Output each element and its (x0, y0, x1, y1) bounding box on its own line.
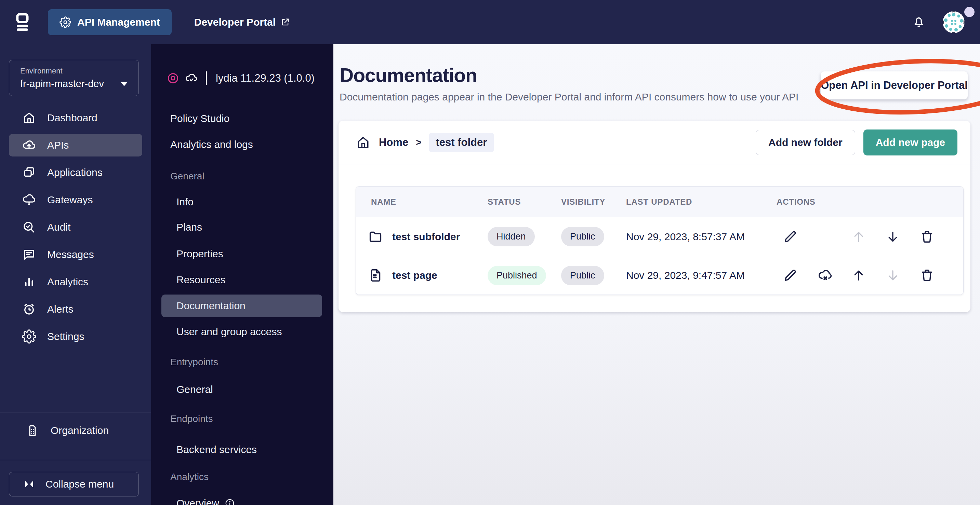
collapse-icon (23, 480, 35, 489)
page-icon (368, 268, 383, 283)
breadcrumb-toolbar: Home > test folder Add new folder Add ne… (339, 121, 970, 164)
column-header-visibility: VISIBILITY (561, 197, 626, 207)
sidebar-item-analytics[interactable]: Analytics (0, 268, 151, 295)
api-menu-item-resources[interactable]: Resources (151, 268, 333, 291)
gear-icon (59, 16, 71, 28)
api-menu-section-endpoints: Endpoints (151, 409, 333, 429)
main-nav: Dashboard APIs (0, 104, 151, 350)
sidebar-item-settings[interactable]: Settings (0, 323, 151, 350)
search-check-icon (22, 220, 36, 234)
sidebar-item-apis[interactable]: APIs (0, 132, 151, 159)
move-up-icon (850, 229, 867, 245)
column-header-status: STATUS (488, 197, 561, 207)
alarm-icon (22, 302, 36, 316)
sidebar-item-label: Alerts (47, 303, 73, 315)
breadcrumb-separator: > (416, 137, 421, 148)
gear-icon (22, 329, 36, 344)
api-menu-item-plans[interactable]: Plans (151, 216, 333, 238)
table-header: NAME STATUS VISIBILITY LAST UPDATED ACTI… (356, 187, 963, 217)
column-header-last-updated: LAST UPDATED (626, 197, 776, 207)
api-management-label: API Management (77, 16, 160, 28)
cloud-gateway-icon (22, 193, 36, 207)
edit-icon[interactable] (782, 229, 799, 245)
top-bar: API Management Developer Portal (0, 0, 980, 44)
developer-portal-link[interactable]: Developer Portal (194, 16, 290, 28)
sidebar-item-messages[interactable]: Messages (0, 241, 151, 268)
delete-icon[interactable] (919, 229, 935, 245)
documentation-card: Home > test folder Add new folder Add ne… (339, 121, 970, 312)
api-menu-label: Properties (177, 248, 223, 260)
notifications-bell-icon[interactable] (912, 14, 926, 30)
api-menu-item-user-and-group-access[interactable]: User and group access (151, 321, 333, 343)
api-menu-item-entrypoints-general[interactable]: General (151, 378, 333, 401)
divider (206, 71, 207, 85)
move-down-icon (885, 267, 901, 284)
api-menu-item-overview[interactable]: Overview (151, 492, 333, 505)
row-name: test subfolder (392, 231, 460, 243)
delete-icon[interactable] (919, 267, 935, 284)
app-root: API Management Developer Portal (0, 0, 980, 505)
edit-icon[interactable] (782, 267, 799, 284)
api-menu-item-policy-studio[interactable]: Policy Studio (151, 107, 333, 130)
api-menu-section-label: Endpoints (170, 413, 213, 424)
api-menu-label: Documentation (177, 300, 245, 311)
api-menu-item-properties[interactable]: Properties (151, 243, 333, 265)
external-link-icon (280, 17, 290, 27)
api-menu-item-info[interactable]: Info (151, 191, 333, 213)
applications-icon (22, 165, 36, 180)
sidebar-item-gateways[interactable]: Gateways (0, 186, 151, 214)
sidebar-item-dashboard[interactable]: Dashboard (0, 104, 151, 132)
sidebar-item-organization[interactable]: Organization (9, 417, 142, 444)
message-icon (22, 248, 36, 262)
visibility-badge: Public (561, 227, 604, 246)
avatar-image (942, 11, 965, 33)
api-menu-section-label: Entrypoints (170, 357, 218, 368)
api-menu-section-entrypoints: Entrypoints (151, 353, 333, 372)
table-row: test page Published Public Nov 29, 2023,… (356, 256, 963, 295)
sidebar-item-label: Organization (51, 425, 109, 436)
move-down-icon[interactable] (885, 229, 901, 245)
collapse-menu-button[interactable]: Collapse menu (9, 472, 139, 497)
api-management-switcher[interactable]: API Management (48, 9, 172, 35)
bar-chart-icon (22, 275, 36, 289)
cloud-upload-icon (22, 138, 36, 152)
sidebar-item-alerts[interactable]: Alerts (0, 295, 151, 323)
main-content: Documentation Documentation pages appear… (333, 44, 980, 505)
environment-value: fr-apim-master-dev (20, 78, 104, 89)
api-menu-label: General (177, 384, 213, 395)
api-menu-item-analytics-and-logs[interactable]: Analytics and logs (151, 133, 333, 156)
api-menu-section-analytics: Analytics (151, 467, 333, 486)
column-header-actions: ACTIONS (776, 197, 963, 207)
add-new-page-button[interactable]: Add new page (864, 130, 958, 156)
last-updated: Nov 29, 2023, 8:57:37 AM (626, 231, 776, 243)
gravitee-logo-icon (14, 11, 32, 33)
api-name-version: lydia 11.29.23 (1.0.0) (216, 72, 315, 84)
add-new-folder-button[interactable]: Add new folder (756, 130, 855, 155)
api-menu-section-general: General (151, 167, 333, 186)
unpublish-cloud-icon[interactable] (816, 267, 833, 284)
sidebar-item-audit[interactable]: Audit (0, 214, 151, 241)
sidebar-item-applications[interactable]: Applications (0, 159, 151, 186)
api-menu-item-backend-services[interactable]: Backend services (151, 438, 333, 461)
info-icon (225, 498, 235, 505)
open-api-in-developer-portal-button[interactable]: Open API in Developer Portal (821, 71, 968, 99)
breadcrumb-current-folder: test folder (429, 133, 494, 152)
sidebar-item-label: Audit (47, 221, 70, 233)
api-menu-label: Overview (177, 497, 219, 505)
sidebar-item-label: Messages (47, 249, 94, 260)
api-menu-section-label: Analytics (170, 472, 208, 483)
breadcrumb-home[interactable]: Home (379, 137, 408, 149)
api-menu-label: User and group access (177, 326, 282, 338)
api-menu-label: Analytics and logs (170, 139, 253, 150)
table-row: test subfolder Hidden Public Nov 29, 202… (356, 217, 963, 256)
status-badge: Published (488, 266, 546, 285)
folder-icon (368, 229, 383, 245)
user-avatar[interactable] (942, 11, 965, 33)
move-up-icon[interactable] (850, 267, 867, 284)
visibility-badge: Public (561, 266, 604, 285)
api-menu-item-documentation[interactable]: Documentation (161, 295, 322, 317)
environment-select[interactable]: Environment fr-apim-master-dev (9, 60, 139, 96)
breadcrumb-home-icon[interactable] (356, 135, 371, 150)
last-updated: Nov 29, 2023, 9:47:57 AM (626, 270, 776, 281)
api-menu-label: Info (177, 196, 194, 208)
